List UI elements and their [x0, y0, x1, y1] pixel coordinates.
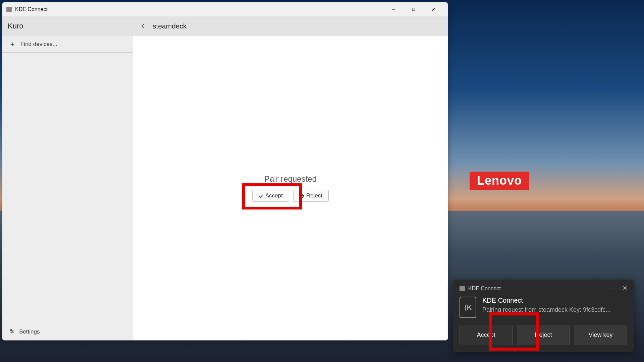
sidebar: Kuro ＋ Find devices... Settings	[2, 16, 133, 340]
app-icon	[6, 7, 12, 12]
notification-reject-button[interactable]: Reject	[517, 325, 570, 345]
pair-requested-title: Pair requested	[264, 174, 317, 184]
notification-more-button[interactable]: ⋯	[610, 286, 616, 292]
notification-title: KDE Connect	[482, 297, 627, 304]
notification-header: KDE Connect ⋯	[460, 286, 627, 292]
find-devices-button[interactable]: ＋ Find devices...	[2, 36, 133, 53]
window-controls	[383, 2, 444, 16]
settings-label: Settings	[19, 328, 40, 335]
svg-line-9	[301, 195, 303, 197]
reject-label: Reject	[306, 192, 322, 199]
content-header: steamdeck	[133, 16, 448, 36]
reject-button[interactable]: Reject	[293, 190, 329, 202]
titlebar-left-group: KDE Connect	[6, 6, 48, 12]
window-body: Kuro ＋ Find devices... Settings steamdec…	[2, 16, 448, 340]
notification-buttons-row: Accept Reject View key	[460, 325, 627, 345]
check-icon	[259, 193, 263, 198]
minimize-button[interactable]	[383, 2, 404, 16]
notification-body: ⟨K KDE Connect Pairing request from stea…	[460, 297, 627, 318]
kde-connect-window: KDE Connect Kuro ＋ Find devices...	[2, 2, 448, 341]
notification-header-right: ⋯	[610, 286, 627, 292]
svg-point-7	[12, 331, 13, 333]
notification-message: Pairing request from steamdeck Key: 9fc3…	[482, 306, 627, 314]
titlebar[interactable]: KDE Connect	[2, 2, 448, 16]
svg-rect-1	[412, 8, 415, 11]
notification-close-button[interactable]	[623, 286, 627, 292]
svg-point-5	[10, 329, 12, 331]
notification-accept-button[interactable]: Accept	[460, 325, 513, 345]
notification-toast: KDE Connect ⋯ ⟨K KDE Connect Pairing req…	[453, 280, 634, 352]
content-body: Pair requested Accept Reject	[133, 36, 448, 340]
host-name-label: Kuro	[2, 16, 133, 36]
content-pane: steamdeck Pair requested Accept	[133, 16, 448, 340]
notification-icon-glyph: ⟨K	[464, 303, 472, 311]
notification-view-key-button[interactable]: View key	[574, 325, 627, 345]
cancel-icon	[300, 193, 304, 198]
accept-button[interactable]: Accept	[252, 190, 289, 202]
notification-text-column: KDE Connect Pairing request from steamde…	[482, 297, 627, 318]
close-button[interactable]	[424, 2, 444, 16]
accept-label: Accept	[265, 192, 283, 199]
maximize-button[interactable]	[404, 2, 424, 16]
notification-app-name: KDE Connect	[468, 286, 501, 292]
plus-icon: ＋	[9, 40, 16, 49]
notification-icon: ⟨K	[460, 297, 476, 318]
pair-buttons-row: Accept Reject	[252, 190, 329, 202]
notification-header-left: KDE Connect	[460, 286, 501, 292]
device-name-label: steamdeck	[153, 22, 187, 30]
notification-app-icon	[460, 286, 465, 291]
window-title: KDE Connect	[15, 6, 48, 12]
find-devices-label: Find devices...	[20, 41, 57, 48]
sidebar-spacer	[2, 53, 133, 323]
lenovo-logo: Lenovo	[470, 172, 529, 190]
settings-button[interactable]: Settings	[2, 323, 133, 340]
settings-icon	[9, 328, 14, 335]
back-button[interactable]	[138, 21, 148, 31]
